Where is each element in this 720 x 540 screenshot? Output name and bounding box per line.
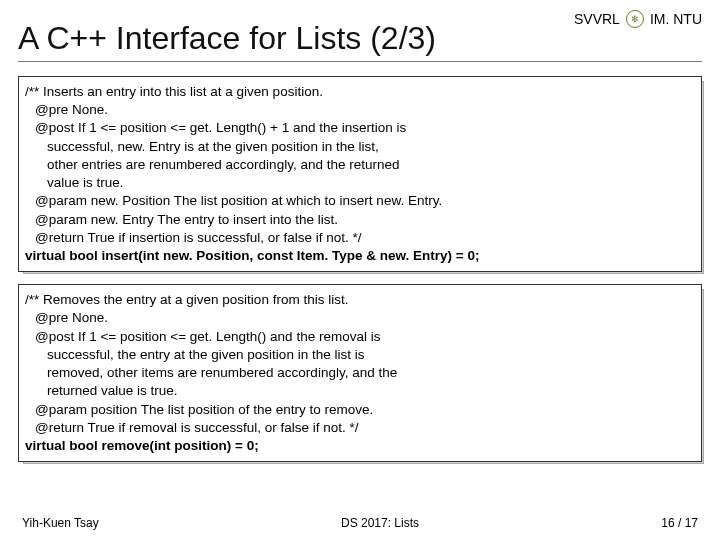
doc-line: @post If 1 <= position <= get. Length() … [25,119,693,137]
org-right: IM. NTU [650,11,702,27]
code-box: /** Inserts an entry into this list at a… [18,76,702,272]
doc-line: @param new. Entry The entry to insert in… [25,211,693,229]
signature-line: virtual bool remove(int position) = 0; [25,437,693,455]
doc-line: successful, new. Entry is at the given p… [25,138,693,156]
ntu-logo-icon: ✻ [626,10,644,28]
slide-footer: Yih-Kuen Tsay DS 2017: Lists 16 / 17 [0,516,720,530]
doc-line: @param new. Position The list position a… [25,192,693,210]
slide-content: /** Inserts an entry into this list at a… [0,76,720,462]
doc-line: @pre None. [25,101,693,119]
doc-line: other entries are renumbered accordingly… [25,156,693,174]
doc-line: successful, the entry at the given posit… [25,346,693,364]
doc-line: @return True if removal is successful, o… [25,419,693,437]
signature-line: virtual bool insert(int new. Position, c… [25,247,693,265]
code-box: /** Removes the entry at a given positio… [18,284,702,462]
code-block-insert: /** Inserts an entry into this list at a… [18,76,702,272]
doc-line: /** Inserts an entry into this list at a… [25,83,693,101]
doc-line: @pre None. [25,309,693,327]
slide-header: SVVRL ✻ IM. NTU A C++ Interface for List… [0,0,720,62]
code-block-remove: /** Removes the entry at a given positio… [18,284,702,462]
doc-line: @return True if insertion is successful,… [25,229,693,247]
doc-line: value is true. [25,174,693,192]
doc-line: removed, other items are renumbered acco… [25,364,693,382]
footer-course: DS 2017: Lists [99,516,662,530]
title-divider [18,61,702,62]
affiliation-block: SVVRL ✻ IM. NTU [574,10,702,28]
footer-page: 16 / 17 [661,516,698,530]
doc-line: @post If 1 <= position <= get. Length() … [25,328,693,346]
doc-line: @param position The list position of the… [25,401,693,419]
footer-author: Yih-Kuen Tsay [22,516,99,530]
doc-line: returned value is true. [25,382,693,400]
doc-line: /** Removes the entry at a given positio… [25,291,693,309]
org-left: SVVRL [574,11,620,27]
